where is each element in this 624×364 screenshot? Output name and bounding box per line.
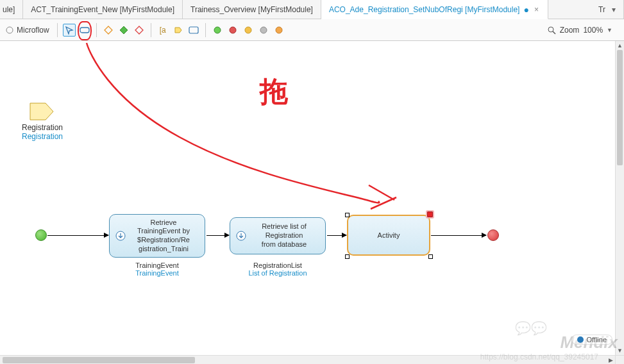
flow-arrow[interactable] <box>47 235 108 236</box>
microflow-label: Microflow <box>3 26 52 35</box>
tab-label: ACO_Ade_Registration_SetNubOfRegi [MyFir… <box>329 5 519 14</box>
tab-trainess-overview[interactable]: Trainess_Overview [MyFirstModule] <box>183 0 321 19</box>
output-name: RegistrationList <box>230 259 326 269</box>
parameter-shape[interactable] <box>29 102 55 121</box>
activity-text: Retrieve list of <box>249 222 319 231</box>
break-event-icon[interactable] <box>273 24 285 37</box>
vertical-scrollbar[interactable]: ▲ ▼ <box>615 41 624 355</box>
separator <box>151 23 151 37</box>
svg-point-6 <box>260 27 267 33</box>
decision-red-icon[interactable] <box>133 24 146 37</box>
start-event[interactable] <box>35 229 47 241</box>
selection-handle-error[interactable] <box>427 211 433 217</box>
scroll-right-icon[interactable]: ▶ <box>606 356 615 364</box>
tab-label: ule] <box>3 5 15 14</box>
separator <box>57 23 58 37</box>
parameter-labels: Registration Registration <box>13 123 72 141</box>
continue-event-icon[interactable] <box>257 24 270 37</box>
activity-text: from database <box>249 240 319 249</box>
activity-text: TrainingEvent by <box>129 227 198 236</box>
select-tool-icon[interactable] <box>63 24 76 37</box>
retrieve-trainingevent-activity[interactable]: Retrieve TrainingEvent by $Registration/… <box>109 214 205 258</box>
flow-arrow[interactable] <box>431 235 486 236</box>
scrollbar-thumb[interactable] <box>3 357 195 363</box>
output-type: TrainingEvent <box>109 269 205 277</box>
decision-orange-icon[interactable] <box>102 24 115 37</box>
svg-line-9 <box>553 31 555 34</box>
parameter-name: Registration <box>13 123 72 132</box>
activity-text: Activity <box>378 231 400 239</box>
zoom-control[interactable]: Zoom 100% ▼ <box>547 26 621 35</box>
scrollbar-corner <box>615 355 624 364</box>
tab-partial-left[interactable]: ule] <box>0 0 23 19</box>
tab-act-trainingevent[interactable]: ACT_TrainingEvent_New [MyFirstModule] <box>23 0 183 19</box>
flow-arrow[interactable] <box>207 235 229 236</box>
selection-handle[interactable] <box>345 213 350 217</box>
tab-partial-right[interactable]: Tr ▾ <box>548 0 624 19</box>
svg-rect-1 <box>80 28 89 33</box>
activity-output-labels: RegistrationList List of Registration <box>230 259 326 277</box>
tab-aco-ade-registration[interactable]: ACO_Ade_Registration_SetNubOfRegi [MyFir… <box>321 0 548 19</box>
svg-point-4 <box>230 27 236 33</box>
svg-point-3 <box>214 27 221 33</box>
scroll-up-icon[interactable]: ▲ <box>616 41 624 50</box>
output-type: List of Registration <box>230 269 326 277</box>
watermark-url: https://blog.csdn.net/qq_39245017 <box>480 352 598 361</box>
activity-text: Retrieve <box>129 219 198 228</box>
activity-text: Registration <box>249 231 319 240</box>
parameter-type: Registration <box>13 132 72 141</box>
chevron-down-icon[interactable]: ▾ <box>612 5 616 14</box>
scrollbar-thumb[interactable] <box>617 50 623 165</box>
close-icon[interactable]: × <box>533 5 540 14</box>
tab-label: Trainess_Overview [MyFirstModule] <box>190 5 313 14</box>
zoom-label: Zoom <box>560 26 580 35</box>
parameter-tool-icon[interactable] <box>172 24 185 37</box>
separator <box>96 23 97 37</box>
decision-green-icon[interactable] <box>117 24 130 37</box>
annotation-tool-icon[interactable]: [a <box>156 24 169 37</box>
activity-output-labels: TrainingEvent TrainingEvent <box>109 259 205 277</box>
activity-tool-icon[interactable] <box>78 24 91 37</box>
loop-tool-icon[interactable] <box>187 24 200 37</box>
tab-label: ACT_TrainingEvent_New [MyFirstModule] <box>31 5 174 14</box>
toolbar: Microflow [a Zoom 100% ▼ <box>0 19 624 41</box>
tab-label: Tr <box>598 5 605 14</box>
annotation-text: 拖 <box>260 73 287 111</box>
chevron-down-icon[interactable]: ▼ <box>607 27 612 33</box>
status-pill: Offline <box>571 335 612 345</box>
svg-point-0 <box>6 27 13 33</box>
new-activity[interactable]: Activity <box>347 215 430 256</box>
separator <box>205 23 206 37</box>
annotation-arrow <box>0 41 615 355</box>
selection-handle[interactable] <box>345 254 350 259</box>
svg-point-8 <box>548 27 553 32</box>
retrieve-registrationlist-activity[interactable]: Retrieve list of Registration from datab… <box>230 217 326 254</box>
tabs-bar: ule] ACT_TrainingEvent_New [MyFirstModul… <box>0 0 624 19</box>
flow-arrow[interactable] <box>327 235 346 236</box>
activity-text: gistration_Traini <box>129 245 198 254</box>
retrieve-icon <box>235 230 247 242</box>
zoom-value: 100% <box>583 26 603 35</box>
status-dot-icon <box>577 336 584 343</box>
svg-rect-2 <box>189 27 198 33</box>
retrieve-icon <box>115 230 126 242</box>
microflow-canvas[interactable]: Registration Registration Retrieve Train… <box>0 41 615 355</box>
wechat-icon: 💬💬 <box>515 320 547 336</box>
zoom-icon <box>547 26 556 35</box>
modified-dot-icon: ● <box>523 4 528 15</box>
microflow-icon <box>5 26 14 35</box>
svg-point-7 <box>276 27 282 33</box>
error-event-icon[interactable] <box>242 24 255 37</box>
start-event-icon[interactable] <box>211 24 224 37</box>
svg-point-5 <box>245 27 251 33</box>
selection-handle[interactable] <box>428 254 433 259</box>
end-event-icon[interactable] <box>226 24 239 37</box>
end-event[interactable] <box>487 229 499 241</box>
activity-text: $Registration/Re <box>129 236 198 245</box>
status-text: Offline <box>586 336 607 343</box>
output-name: TrainingEvent <box>109 259 205 269</box>
